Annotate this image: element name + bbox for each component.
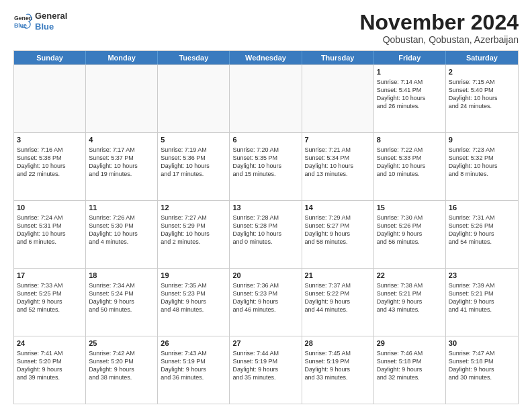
- day-info: Sunrise: 7:23 AM Sunset: 5:32 PM Dayligh…: [449, 146, 515, 179]
- day-number: 29: [377, 338, 443, 349]
- calendar-cell: 2Sunrise: 7:15 AM Sunset: 5:40 PM Daylig…: [446, 65, 518, 132]
- calendar-cell: 29Sunrise: 7:46 AM Sunset: 5:18 PM Dayli…: [374, 336, 446, 404]
- day-info: Sunrise: 7:17 AM Sunset: 5:37 PM Dayligh…: [89, 146, 154, 179]
- calendar-cell: [158, 65, 230, 132]
- day-number: 11: [89, 203, 154, 213]
- day-number: 25: [89, 338, 154, 349]
- calendar-cell: 11Sunrise: 7:26 AM Sunset: 5:30 PM Dayli…: [86, 201, 158, 268]
- day-number: 9: [449, 135, 515, 145]
- calendar-cell: [14, 65, 86, 132]
- day-number: 14: [305, 203, 371, 213]
- day-info: Sunrise: 7:38 AM Sunset: 5:21 PM Dayligh…: [377, 281, 443, 314]
- day-info: Sunrise: 7:34 AM Sunset: 5:24 PM Dayligh…: [89, 281, 154, 314]
- logo-line1: General: [35, 11, 67, 21]
- day-number: 24: [17, 338, 83, 349]
- day-info: Sunrise: 7:39 AM Sunset: 5:21 PM Dayligh…: [449, 281, 515, 314]
- day-info: Sunrise: 7:44 AM Sunset: 5:19 PM Dayligh…: [232, 349, 298, 382]
- calendar-cell: 17Sunrise: 7:33 AM Sunset: 5:25 PM Dayli…: [14, 269, 86, 336]
- day-info: Sunrise: 7:45 AM Sunset: 5:19 PM Dayligh…: [305, 349, 371, 382]
- logo: General Blue General Blue: [13, 11, 67, 32]
- svg-text:General: General: [14, 15, 32, 21]
- calendar-cell: 23Sunrise: 7:39 AM Sunset: 5:21 PM Dayli…: [446, 269, 518, 336]
- day-info: Sunrise: 7:19 AM Sunset: 5:36 PM Dayligh…: [161, 146, 226, 179]
- calendar-cell: 7Sunrise: 7:21 AM Sunset: 5:34 PM Daylig…: [302, 133, 374, 200]
- header-day-friday: Friday: [374, 51, 446, 64]
- day-number: 7: [305, 135, 371, 145]
- calendar-cell: 1Sunrise: 7:14 AM Sunset: 5:41 PM Daylig…: [374, 65, 446, 132]
- header-day-sunday: Sunday: [14, 51, 86, 64]
- calendar-cell: 4Sunrise: 7:17 AM Sunset: 5:37 PM Daylig…: [86, 133, 158, 200]
- calendar-cell: 20Sunrise: 7:36 AM Sunset: 5:23 PM Dayli…: [230, 269, 302, 336]
- day-number: 6: [232, 135, 298, 145]
- day-info: Sunrise: 7:30 AM Sunset: 5:26 PM Dayligh…: [377, 214, 443, 246]
- calendar-week-3: 10Sunrise: 7:24 AM Sunset: 5:31 PM Dayli…: [14, 200, 518, 268]
- calendar-cell: 22Sunrise: 7:38 AM Sunset: 5:21 PM Dayli…: [374, 269, 446, 336]
- title-block: November 2024 Qobustan, Qobustan, Azerba…: [359, 11, 519, 45]
- header-day-monday: Monday: [86, 51, 158, 64]
- calendar-cell: 27Sunrise: 7:44 AM Sunset: 5:19 PM Dayli…: [230, 336, 302, 404]
- calendar-cell: 15Sunrise: 7:30 AM Sunset: 5:26 PM Dayli…: [374, 201, 446, 268]
- day-number: 10: [17, 203, 83, 213]
- header-day-thursday: Thursday: [302, 51, 374, 64]
- day-number: 28: [305, 338, 371, 349]
- location-subtitle: Qobustan, Qobustan, Azerbaijan: [359, 34, 519, 45]
- day-number: 30: [449, 338, 515, 349]
- day-info: Sunrise: 7:35 AM Sunset: 5:23 PM Dayligh…: [161, 281, 226, 314]
- calendar-header: SundayMondayTuesdayWednesdayThursdayFrid…: [14, 51, 518, 64]
- header-day-wednesday: Wednesday: [230, 51, 302, 64]
- day-info: Sunrise: 7:29 AM Sunset: 5:27 PM Dayligh…: [305, 214, 371, 246]
- calendar-cell: 24Sunrise: 7:41 AM Sunset: 5:20 PM Dayli…: [14, 336, 86, 404]
- calendar-cell: 28Sunrise: 7:45 AM Sunset: 5:19 PM Dayli…: [302, 336, 374, 404]
- day-info: Sunrise: 7:43 AM Sunset: 5:19 PM Dayligh…: [161, 349, 226, 382]
- calendar-cell: 19Sunrise: 7:35 AM Sunset: 5:23 PM Dayli…: [158, 269, 230, 336]
- day-number: 18: [89, 271, 154, 281]
- day-number: 12: [161, 203, 226, 213]
- day-info: Sunrise: 7:41 AM Sunset: 5:20 PM Dayligh…: [17, 349, 83, 382]
- header-day-saturday: Saturday: [446, 51, 518, 64]
- day-number: 19: [161, 271, 226, 281]
- day-info: Sunrise: 7:46 AM Sunset: 5:18 PM Dayligh…: [377, 349, 443, 382]
- day-info: Sunrise: 7:31 AM Sunset: 5:26 PM Dayligh…: [449, 214, 515, 246]
- calendar-cell: 6Sunrise: 7:20 AM Sunset: 5:35 PM Daylig…: [230, 133, 302, 200]
- calendar-cell: [230, 65, 302, 132]
- day-info: Sunrise: 7:14 AM Sunset: 5:41 PM Dayligh…: [377, 78, 443, 111]
- day-info: Sunrise: 7:26 AM Sunset: 5:30 PM Dayligh…: [89, 214, 154, 246]
- calendar-cell: 8Sunrise: 7:22 AM Sunset: 5:33 PM Daylig…: [374, 133, 446, 200]
- calendar-cell: 12Sunrise: 7:27 AM Sunset: 5:29 PM Dayli…: [158, 201, 230, 268]
- day-info: Sunrise: 7:15 AM Sunset: 5:40 PM Dayligh…: [449, 78, 515, 111]
- calendar-cell: 21Sunrise: 7:37 AM Sunset: 5:22 PM Dayli…: [302, 269, 374, 336]
- day-info: Sunrise: 7:42 AM Sunset: 5:20 PM Dayligh…: [89, 349, 154, 382]
- calendar-cell: 18Sunrise: 7:34 AM Sunset: 5:24 PM Dayli…: [86, 269, 158, 336]
- day-number: 20: [232, 271, 298, 281]
- calendar-cell: 10Sunrise: 7:24 AM Sunset: 5:31 PM Dayli…: [14, 201, 86, 268]
- day-number: 16: [449, 203, 515, 213]
- day-info: Sunrise: 7:16 AM Sunset: 5:38 PM Dayligh…: [17, 146, 83, 179]
- day-number: 21: [305, 271, 371, 281]
- calendar-cell: 5Sunrise: 7:19 AM Sunset: 5:36 PM Daylig…: [158, 133, 230, 200]
- day-number: 3: [17, 135, 83, 145]
- calendar-cell: 25Sunrise: 7:42 AM Sunset: 5:20 PM Dayli…: [86, 336, 158, 404]
- calendar-cell: 13Sunrise: 7:28 AM Sunset: 5:28 PM Dayli…: [230, 201, 302, 268]
- day-info: Sunrise: 7:33 AM Sunset: 5:25 PM Dayligh…: [17, 281, 83, 314]
- day-number: 15: [377, 203, 443, 213]
- day-number: 23: [449, 271, 515, 281]
- calendar-cell: 9Sunrise: 7:23 AM Sunset: 5:32 PM Daylig…: [446, 133, 518, 200]
- day-number: 8: [377, 135, 443, 145]
- day-number: 27: [232, 338, 298, 349]
- calendar-cell: 14Sunrise: 7:29 AM Sunset: 5:27 PM Dayli…: [302, 201, 374, 268]
- calendar-week-2: 3Sunrise: 7:16 AM Sunset: 5:38 PM Daylig…: [14, 132, 518, 200]
- calendar-cell: 3Sunrise: 7:16 AM Sunset: 5:38 PM Daylig…: [14, 133, 86, 200]
- logo-line2: Blue: [35, 21, 67, 32]
- day-info: Sunrise: 7:21 AM Sunset: 5:34 PM Dayligh…: [305, 146, 371, 179]
- calendar-cell: 30Sunrise: 7:47 AM Sunset: 5:18 PM Dayli…: [446, 336, 518, 404]
- day-number: 1: [377, 67, 443, 77]
- day-number: 17: [17, 271, 83, 281]
- calendar-week-1: 1Sunrise: 7:14 AM Sunset: 5:41 PM Daylig…: [14, 64, 518, 132]
- day-info: Sunrise: 7:20 AM Sunset: 5:35 PM Dayligh…: [232, 146, 298, 179]
- day-number: 26: [161, 338, 226, 349]
- calendar: SundayMondayTuesdayWednesdayThursdayFrid…: [13, 50, 519, 404]
- day-info: Sunrise: 7:47 AM Sunset: 5:18 PM Dayligh…: [449, 349, 515, 382]
- day-info: Sunrise: 7:36 AM Sunset: 5:23 PM Dayligh…: [232, 281, 298, 314]
- day-info: Sunrise: 7:37 AM Sunset: 5:22 PM Dayligh…: [305, 281, 371, 314]
- day-info: Sunrise: 7:27 AM Sunset: 5:29 PM Dayligh…: [161, 214, 226, 246]
